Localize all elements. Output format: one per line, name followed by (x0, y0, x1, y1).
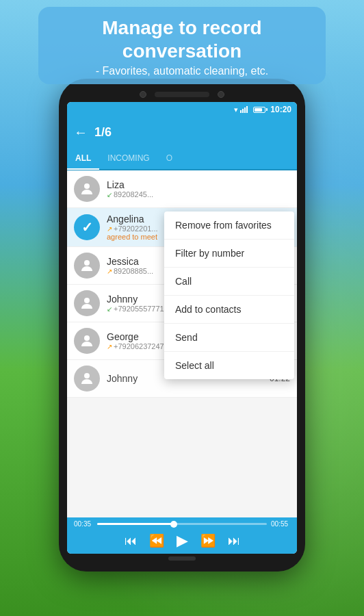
svg-point-4 (84, 373, 90, 378)
phone-top-bar (67, 91, 297, 98)
svg-point-2 (84, 298, 90, 303)
progress-fill (97, 523, 174, 525)
svg-point-0 (84, 183, 90, 189)
menu-remove-favorites[interactable]: Remove from favorites (164, 211, 294, 240)
avatar-liza (74, 176, 100, 202)
menu-add-contacts[interactable]: Add to contacts (164, 296, 294, 324)
contact-number-liza: ↙ 89208245... (107, 190, 290, 198)
sensor-dot (218, 91, 224, 98)
tab-bar: ALL INCOMING O (67, 147, 297, 170)
home-button[interactable] (168, 556, 196, 561)
menu-filter-number[interactable]: Filter by number (164, 240, 294, 268)
progress-thumb[interactable] (170, 521, 177, 528)
back-button[interactable]: ← (74, 125, 88, 140)
app-header: ← 1/6 (67, 117, 297, 147)
fast-forward-far-button[interactable]: ⏭ (228, 534, 240, 548)
wifi-icon: ▾ (234, 105, 238, 114)
tab-incoming[interactable]: INCOMING (99, 148, 157, 170)
direction-icon-johnny1: ↙ (107, 305, 112, 313)
phone-bottom (67, 554, 297, 563)
direction-icon-angelina: ↗ (107, 225, 112, 233)
speaker-bar (155, 92, 209, 97)
screen: ▾ 10:20 ← 1/6 ALL IN (67, 102, 297, 554)
avatar-johnny1 (74, 290, 100, 316)
contact-list: Liza ↙ 89208245... Angelina ↗ +79202201.… (67, 170, 297, 517)
player-bar: 00:35 00:55 ⏮ ⏪ ▶ ⏩ ⏭ (67, 517, 297, 554)
camera-dot (140, 91, 146, 98)
banner-title: Manage to record conversation (52, 16, 312, 62)
player-controls: ⏮ ⏪ ▶ ⏩ ⏭ (74, 532, 290, 550)
contact-info-liza: Liza ↙ 89208245... (107, 179, 290, 198)
status-time: 10:20 (270, 105, 291, 114)
avatar-george (74, 328, 100, 354)
progress-rail[interactable] (97, 523, 267, 525)
header-title: 1/6 (94, 125, 290, 140)
progress-track: 00:35 00:55 (74, 520, 290, 528)
battery-icon (253, 107, 265, 113)
svg-point-1 (84, 260, 90, 266)
avatar-angelina (74, 214, 100, 240)
rewind-far-button[interactable]: ⏮ (125, 534, 137, 548)
direction-icon-george: ↗ (107, 343, 112, 350)
current-time: 00:35 (74, 520, 93, 528)
fast-forward-button[interactable]: ⏩ (200, 533, 216, 548)
contact-item-liza[interactable]: Liza ↙ 89208245... (67, 170, 297, 208)
menu-select-all[interactable]: Select all (164, 352, 294, 379)
rewind-button[interactable]: ⏪ (149, 533, 164, 548)
menu-call[interactable]: Call (164, 268, 294, 296)
svg-point-3 (84, 335, 90, 341)
direction-icon-jessica: ↗ (107, 268, 112, 275)
status-icons: ▾ 10:20 (234, 105, 291, 114)
tab-other[interactable]: O (158, 148, 181, 170)
menu-send[interactable]: Send (164, 324, 294, 352)
signal-icon (240, 106, 250, 113)
status-bar: ▾ 10:20 (67, 102, 297, 117)
play-button[interactable]: ▶ (177, 532, 188, 550)
phone-shell: ▾ 10:20 ← 1/6 ALL IN (59, 79, 305, 572)
avatar-jessica (74, 253, 100, 279)
context-menu: Remove from favorites Filter by number C… (164, 211, 294, 379)
direction-icon-liza: ↙ (107, 191, 112, 198)
total-time: 00:55 (271, 520, 290, 528)
banner-subtitle: - Favorites, automatic cleaning, etc. (52, 65, 312, 77)
top-banner: Manage to record conversation - Favorite… (38, 7, 326, 84)
contact-name-liza: Liza (107, 179, 290, 190)
avatar-johnny2 (74, 365, 100, 392)
tab-all[interactable]: ALL (67, 148, 99, 170)
